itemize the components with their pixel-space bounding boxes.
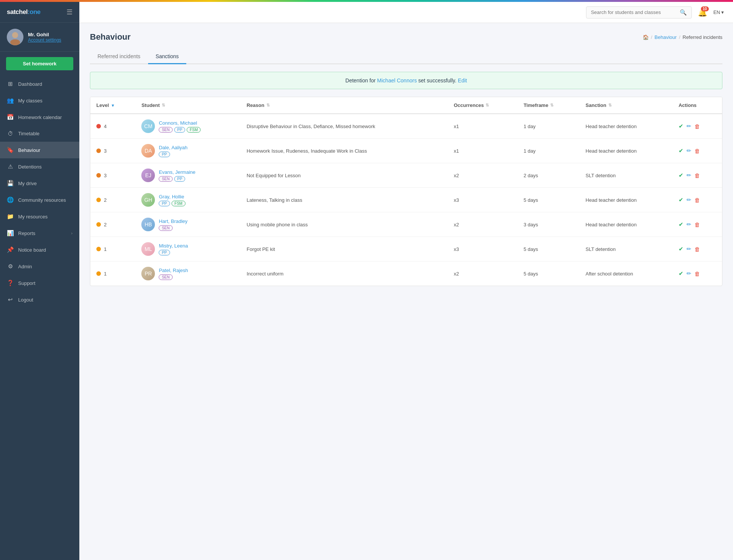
tab-sanctions[interactable]: Sanctions bbox=[148, 50, 186, 64]
cell-sanction: SLT detention bbox=[580, 237, 673, 261]
confirm-button[interactable]: ✔ bbox=[679, 123, 684, 130]
my-drive-icon: 💾 bbox=[7, 180, 14, 187]
sidebar-item-community-resources[interactable]: 🌐 Community resources bbox=[0, 192, 79, 208]
sort-icon-timeframe[interactable]: ⇅ bbox=[550, 103, 554, 108]
success-edit-link[interactable]: Edit bbox=[458, 77, 467, 84]
confirm-button[interactable]: ✔ bbox=[679, 221, 684, 228]
page-title: Behaviour bbox=[90, 32, 131, 42]
cell-actions: ✔ ✏ 🗑 bbox=[673, 114, 722, 139]
search-input[interactable] bbox=[591, 9, 677, 15]
student-tag: SEN bbox=[159, 274, 173, 280]
table-row: 3 DA Dale, Aaliyah PP Homework Issue, Ru… bbox=[90, 139, 722, 163]
search-bar: 🔍 bbox=[586, 6, 692, 19]
sidebar-item-label: Notice board bbox=[18, 247, 73, 253]
notification-button[interactable]: 🔔 10 bbox=[698, 8, 707, 17]
cell-student: GH Gray, Hollie PPFSM bbox=[135, 188, 240, 212]
student-name[interactable]: Mistry, Leena bbox=[159, 243, 188, 249]
level-dot bbox=[96, 198, 101, 202]
detentions-icon: ⚠ bbox=[7, 163, 14, 170]
language-selector[interactable]: EN ▾ bbox=[713, 9, 724, 15]
delete-button[interactable]: 🗑 bbox=[694, 172, 700, 179]
edit-button[interactable]: ✏ bbox=[687, 221, 691, 228]
sidebar-item-reports[interactable]: 📊 Reports › bbox=[0, 225, 79, 241]
sort-icon-sanction[interactable]: ⇅ bbox=[608, 103, 612, 108]
breadcrumb-behaviour[interactable]: Behaviour bbox=[654, 34, 677, 40]
support-icon: ❓ bbox=[7, 280, 14, 286]
delete-button[interactable]: 🗑 bbox=[694, 123, 700, 130]
confirm-button[interactable]: ✔ bbox=[679, 246, 684, 252]
sanctions-table: Level ▼ Student ⇅ bbox=[90, 97, 722, 286]
edit-button[interactable]: ✏ bbox=[687, 270, 691, 277]
sidebar-item-detentions[interactable]: ⚠ Detentions bbox=[0, 158, 79, 175]
edit-button[interactable]: ✏ bbox=[687, 123, 691, 130]
student-tag: SEN bbox=[159, 225, 173, 231]
student-name[interactable]: Connors, Michael bbox=[159, 120, 201, 126]
student-name[interactable]: Dale, Aaliyah bbox=[159, 145, 187, 150]
svg-point-2 bbox=[10, 39, 20, 45]
notice-board-icon: 📌 bbox=[7, 246, 14, 253]
cell-reason: Disruptive Behaviour in Class, Defiance,… bbox=[241, 114, 448, 139]
sidebar-item-notice-board[interactable]: 📌 Notice board bbox=[0, 241, 79, 258]
delete-button[interactable]: 🗑 bbox=[694, 271, 700, 277]
cell-sanction: Head teacher detention bbox=[580, 114, 673, 139]
cell-student: HB Hart, Bradley SEN bbox=[135, 212, 240, 237]
sidebar-item-label: Dashboard bbox=[18, 81, 73, 87]
level-dot bbox=[96, 173, 101, 178]
student-name[interactable]: Hart, Bradley bbox=[159, 218, 187, 224]
delete-button[interactable]: 🗑 bbox=[694, 197, 700, 203]
cell-occurrences: x3 bbox=[448, 188, 518, 212]
svg-point-1 bbox=[12, 32, 18, 38]
sidebar-item-my-drive[interactable]: 💾 My drive bbox=[0, 175, 79, 192]
edit-button[interactable]: ✏ bbox=[687, 246, 691, 252]
sidebar-item-my-resources[interactable]: 📁 My resources bbox=[0, 208, 79, 225]
confirm-button[interactable]: ✔ bbox=[679, 172, 684, 179]
student-name[interactable]: Patel, Rajesh bbox=[159, 268, 188, 273]
set-homework-button[interactable]: Set homework bbox=[6, 57, 73, 70]
sidebar-item-my-classes[interactable]: 👥 My classes bbox=[0, 92, 79, 109]
my-classes-icon: 👥 bbox=[7, 97, 14, 104]
cell-actions: ✔ ✏ 🗑 bbox=[673, 212, 722, 237]
sidebar-item-timetable[interactable]: ⏱ Timetable bbox=[0, 125, 79, 142]
breadcrumb-separator: / bbox=[679, 34, 680, 40]
delete-button[interactable]: 🗑 bbox=[694, 221, 700, 228]
breadcrumb-home-icon[interactable]: 🏠 bbox=[643, 34, 649, 40]
sidebar-item-support[interactable]: ❓ Support bbox=[0, 275, 79, 291]
sidebar-item-behaviour[interactable]: 🔖 Behaviour bbox=[0, 142, 79, 158]
success-suffix: set successfully. bbox=[418, 77, 458, 84]
account-settings-link[interactable]: Account settings bbox=[28, 37, 61, 43]
student-name[interactable]: Evans, Jermaine bbox=[159, 169, 195, 175]
student-name[interactable]: Gray, Hollie bbox=[159, 194, 185, 200]
sidebar-item-label: Behaviour bbox=[18, 147, 73, 153]
cell-level: 2 bbox=[90, 188, 135, 212]
edit-button[interactable]: ✏ bbox=[687, 172, 691, 179]
sort-icon-level[interactable]: ▼ bbox=[111, 103, 115, 108]
col-level: Level ▼ bbox=[90, 97, 135, 114]
student-tag: FSM bbox=[187, 127, 201, 133]
sidebar-item-homework-calendar[interactable]: 📅 Homework calendar bbox=[0, 109, 79, 125]
confirm-button[interactable]: ✔ bbox=[679, 196, 684, 203]
hamburger-icon[interactable]: ☰ bbox=[66, 8, 73, 16]
sort-icon-occurrences[interactable]: ⇅ bbox=[486, 103, 489, 108]
student-avatar: EJ bbox=[141, 169, 155, 182]
delete-button[interactable]: 🗑 bbox=[694, 246, 700, 252]
delete-button[interactable]: 🗑 bbox=[694, 148, 700, 154]
sidebar-item-admin[interactable]: ⚙ Admin bbox=[0, 258, 79, 275]
sidebar-header: satchel:one ☰ bbox=[0, 2, 79, 23]
sidebar-item-dashboard[interactable]: ⊞ Dashboard bbox=[0, 76, 79, 92]
tab-referred-incidents[interactable]: Referred incidents bbox=[90, 50, 148, 64]
sidebar-item-label: Homework calendar bbox=[18, 114, 73, 120]
confirm-button[interactable]: ✔ bbox=[679, 270, 684, 277]
sort-icon-reason[interactable]: ⇅ bbox=[266, 103, 270, 108]
sort-icon-student[interactable]: ⇅ bbox=[162, 103, 165, 108]
cell-occurrences: x3 bbox=[448, 237, 518, 261]
confirm-button[interactable]: ✔ bbox=[679, 147, 684, 154]
edit-button[interactable]: ✏ bbox=[687, 196, 691, 203]
student-tag: PP bbox=[174, 176, 185, 182]
sidebar-item-label: Admin bbox=[18, 264, 73, 269]
sidebar-item-logout[interactable]: ↩ Logout bbox=[0, 291, 79, 308]
success-student-link[interactable]: Michael Connors bbox=[377, 77, 417, 84]
edit-button[interactable]: ✏ bbox=[687, 147, 691, 154]
table-row: 1 ML Mistry, Leena PP Forgot PE kitx35 d… bbox=[90, 237, 722, 261]
breadcrumb: 🏠 / Behaviour / Referred incidents bbox=[643, 34, 722, 40]
cell-reason: Forgot PE kit bbox=[241, 237, 448, 261]
